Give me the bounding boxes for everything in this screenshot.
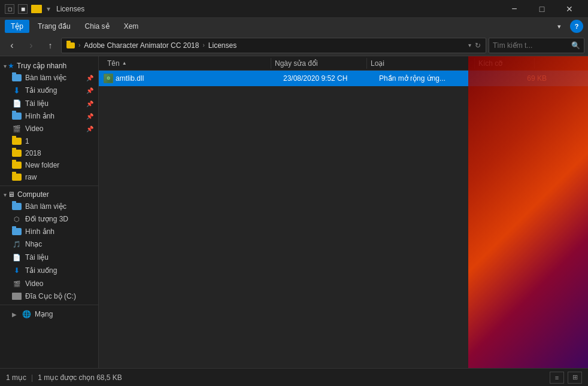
- app-icon-box2: ◼: [18, 4, 28, 14]
- search-bar[interactable]: 🔍: [489, 38, 584, 53]
- pin-icon-vid: 📌: [86, 126, 93, 132]
- sidebar-item-c-doi-tuong-3d-label: Đối tượng 3D: [25, 215, 68, 223]
- sidebar-item-mang[interactable]: ▶ 🌐 Mạng: [0, 308, 98, 321]
- help-button[interactable]: ?: [570, 20, 583, 33]
- folder-yellow-icon-new: [12, 162, 22, 169]
- sidebar-item-c-tai-xuong[interactable]: ⬇ Tải xuống: [0, 264, 98, 277]
- app-icon-box1: ◻: [5, 4, 14, 14]
- sidebar-item-c-video[interactable]: 🎬 Video: [0, 277, 98, 290]
- col-name-label: Tên: [107, 59, 120, 68]
- sidebar-item-c-hinh-anh[interactable]: Hình ảnh: [0, 226, 98, 238]
- wallpaper-background: [468, 56, 588, 368]
- sidebar-item-hinh-anh[interactable]: Hình ảnh 📌: [0, 110, 98, 122]
- status-item-count: 1 mục: [6, 373, 26, 382]
- minimize-button[interactable]: −: [501, 0, 528, 18]
- title-bar: ◻ ◼ ▾ Licenses − □ ✕: [0, 0, 588, 18]
- large-icons-view-button[interactable]: ⊞: [568, 372, 582, 384]
- search-input[interactable]: [493, 41, 569, 50]
- sidebar-item-ban-lam-viec[interactable]: Bàn làm việc 📌: [0, 72, 98, 84]
- sidebar-item-tai-xuong[interactable]: ⬇ Tải xuống 📌: [0, 84, 98, 97]
- sidebar-item-c-video-label: Video: [25, 279, 43, 288]
- sidebar-item-tai-lieu[interactable]: 📄 Tài liệu 📌: [0, 97, 98, 110]
- quick-access-expand-icon: ▾: [4, 63, 7, 69]
- sidebar-item-c-ban-lam-viec[interactable]: Bàn làm việc: [0, 200, 98, 212]
- sidebar-item-c-tai-xuong-label: Tải xuống: [25, 266, 57, 275]
- back-button[interactable]: ‹: [4, 38, 20, 53]
- sidebar-item-folder-2018-label: 2018: [25, 149, 41, 157]
- col-name-sort-icon: ▲: [122, 60, 127, 66]
- sidebar-item-c-dia-cuc-bo-label: Đĩa Cục bộ (C:): [25, 292, 76, 300]
- address-chevron-right-1: ›: [78, 42, 80, 48]
- col-date-label: Ngày sửa đổi: [275, 59, 318, 68]
- video-icon-c: 🎬: [12, 279, 22, 288]
- menu-trang-dau[interactable]: Trang đầu: [32, 20, 77, 33]
- file-name-cell: amtlib.dll: [116, 74, 283, 83]
- download-icon-c: ⬇: [12, 266, 22, 275]
- col-header-name[interactable]: Tên ▲: [104, 58, 271, 69]
- sidebar-item-c-nhac[interactable]: 🎵 Nhạc: [0, 238, 98, 251]
- details-view-button[interactable]: ≡: [550, 372, 564, 384]
- folder-blue-icon-c3: [12, 228, 22, 235]
- dll-type-icon: ⚙: [104, 74, 113, 83]
- 3d-icon: ⬡: [12, 214, 22, 224]
- sidebar-item-c-ban-lam-viec-label: Bàn làm việc: [25, 202, 66, 211]
- sidebar-item-c-dia-cuc-bo[interactable]: Đĩa Cục bộ (C:): [0, 290, 98, 302]
- sidebar: ▾ ★ Truy cập nhanh Bàn làm việc 📌 ⬇ Tải …: [0, 56, 99, 368]
- address-refresh-button[interactable]: ↻: [475, 41, 481, 50]
- status-divider: |: [31, 373, 33, 382]
- sidebar-divider-2: [0, 305, 98, 305]
- sidebar-item-c-nhac-label: Nhạc: [25, 240, 42, 248]
- address-folder-icon: [66, 42, 75, 48]
- status-view-controls: ≡ ⊞: [550, 372, 582, 384]
- sidebar-item-new-folder[interactable]: New folder: [0, 159, 98, 171]
- sidebar-item-raw-label: raw: [25, 173, 37, 181]
- folder-yellow-icon-raw: [12, 174, 22, 181]
- pin-icon-dl: 📌: [86, 87, 93, 94]
- network-expand-icon: ▶: [12, 311, 17, 318]
- close-button[interactable]: ✕: [556, 0, 583, 18]
- sidebar-item-video[interactable]: 🎬 Video 📌: [0, 122, 98, 135]
- computer-icon: 🖥: [8, 190, 15, 199]
- menu-xem[interactable]: Xem: [118, 20, 145, 33]
- forward-button[interactable]: ›: [23, 38, 40, 53]
- pin-icon-img: 📌: [86, 113, 93, 120]
- address-chevron-right-2: ›: [202, 42, 204, 48]
- sidebar-item-folder-2018[interactable]: 2018: [0, 147, 98, 159]
- sidebar-quick-access-header[interactable]: ▾ ★ Truy cập nhanh: [0, 60, 98, 72]
- title-dash: ▾: [47, 5, 50, 13]
- address-segment-parent[interactable]: Adobe Character Animator CC 2018: [84, 41, 199, 50]
- expand-ribbon-button[interactable]: ▾: [551, 19, 568, 34]
- sidebar-item-c-tai-lieu[interactable]: 📄 Tài liệu: [0, 251, 98, 264]
- address-bar[interactable]: › Adobe Character Animator CC 2018 › Lic…: [61, 38, 486, 53]
- folder-blue-icon: [12, 74, 22, 81]
- sidebar-item-c-doi-tuong-3d[interactable]: ⬡ Đối tượng 3D: [0, 212, 98, 226]
- sidebar-item-video-label: Video: [25, 124, 43, 133]
- col-header-type[interactable]: Loại: [367, 58, 475, 69]
- maximize-button[interactable]: □: [528, 0, 556, 18]
- sidebar-item-folder-1[interactable]: 1: [0, 135, 98, 147]
- folder-blue-icon-c1: [12, 203, 22, 210]
- up-button[interactable]: ↑: [42, 38, 59, 53]
- menu-chia-se[interactable]: Chia sẻ: [79, 20, 116, 33]
- toolbar: ‹ › ↑ › Adobe Character Animator CC 2018…: [0, 35, 588, 56]
- folder-yellow-icon-2018: [12, 150, 22, 157]
- search-icon: 🔍: [571, 41, 580, 50]
- quick-access-label: Truy cập nhanh: [17, 62, 66, 70]
- sidebar-item-tai-xuong-label: Tải xuống: [25, 86, 57, 95]
- sidebar-item-c-tai-lieu-label: Tài liệu: [25, 253, 49, 262]
- col-header-date[interactable]: Ngày sửa đổi: [271, 58, 367, 69]
- sidebar-item-tai-lieu-label: Tài liệu: [25, 99, 49, 108]
- sidebar-item-hinh-anh-label: Hình ảnh: [25, 112, 54, 120]
- download-icon: ⬇: [12, 86, 22, 95]
- address-segment-current[interactable]: Licenses: [208, 41, 237, 50]
- sidebar-item-raw[interactable]: raw: [0, 171, 98, 183]
- content-area: Tên ▲ Ngày sửa đổi Loại Kích cỡ ⚙ amtlib…: [99, 56, 588, 368]
- status-bar: 1 mục | 1 mục được chọn 68,5 KB ≡ ⊞: [0, 368, 588, 386]
- network-label: Mạng: [35, 310, 53, 318]
- address-dropdown-arrow[interactable]: ▾: [468, 42, 471, 48]
- sidebar-item-c-hinh-anh-label: Hình ảnh: [25, 227, 54, 236]
- main-layout: ▾ ★ Truy cập nhanh Bàn làm việc 📌 ⬇ Tải …: [0, 56, 588, 368]
- menu-tep[interactable]: Tệp: [5, 20, 29, 33]
- sidebar-item-folder-1-label: 1: [25, 137, 29, 145]
- sidebar-computer-header[interactable]: ▾ 🖥 Computer: [0, 189, 98, 200]
